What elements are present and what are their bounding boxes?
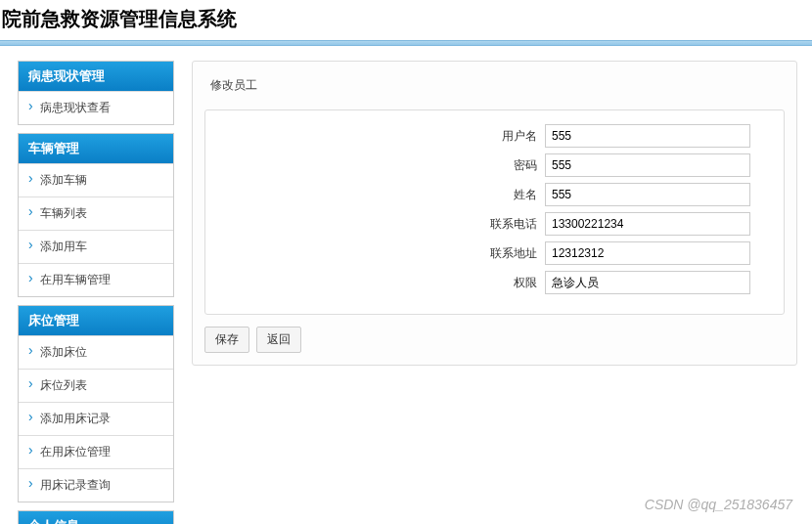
label-address: 联系地址 bbox=[217, 245, 545, 262]
input-role[interactable] bbox=[545, 271, 750, 294]
row-username: 用户名 bbox=[217, 124, 772, 148]
save-button[interactable]: 保存 bbox=[204, 327, 249, 353]
input-password[interactable] bbox=[545, 153, 750, 177]
menu-item-add-bed[interactable]: 添加床位 bbox=[19, 335, 173, 369]
input-phone[interactable] bbox=[545, 212, 750, 236]
menu-header-vehicle: 车辆管理 bbox=[19, 134, 173, 163]
menu-section-vehicle: 车辆管理 添加车辆 车辆列表 添加用车 在用车辆管理 bbox=[18, 133, 174, 297]
menu-item-vehicle-list[interactable]: 车辆列表 bbox=[19, 196, 173, 230]
menu-item-add-usecar[interactable]: 添加用车 bbox=[19, 230, 173, 263]
label-password: 密码 bbox=[217, 157, 545, 174]
menu-item-add-vehicle[interactable]: 添加车辆 bbox=[19, 163, 173, 196]
input-name[interactable] bbox=[545, 183, 750, 206]
menu-section-profile: 个人信息 个人信息 bbox=[18, 510, 174, 524]
app-title: 院前急救资源管理信息系统 bbox=[0, 0, 812, 40]
label-phone: 联系电话 bbox=[217, 216, 545, 233]
main-container: 病患现状管理 病患现状查看 车辆管理 添加车辆 车辆列表 添加用车 在用车辆管理… bbox=[0, 46, 812, 524]
watermark: CSDN @qq_251836457 bbox=[645, 497, 792, 512]
sidebar: 病患现状管理 病患现状查看 车辆管理 添加车辆 车辆列表 添加用车 在用车辆管理… bbox=[18, 61, 174, 524]
menu-item-bed-list[interactable]: 床位列表 bbox=[19, 369, 173, 402]
label-name: 姓名 bbox=[217, 187, 545, 203]
panel-title: 修改员工 bbox=[193, 62, 796, 109]
input-username[interactable] bbox=[545, 124, 750, 148]
row-address: 联系地址 bbox=[217, 241, 772, 265]
menu-section-bed: 床位管理 添加床位 床位列表 添加用床记录 在用床位管理 用床记录查询 bbox=[18, 305, 174, 502]
back-button[interactable]: 返回 bbox=[256, 327, 301, 353]
row-name: 姓名 bbox=[217, 183, 772, 206]
menu-item-bed-query[interactable]: 用床记录查询 bbox=[19, 468, 173, 502]
label-role: 权限 bbox=[217, 275, 545, 291]
row-role: 权限 bbox=[217, 271, 772, 294]
main-panel-wrap: 修改员工 用户名 密码 姓名 联系电话 bbox=[192, 61, 812, 524]
button-row: 保存 返回 bbox=[204, 327, 785, 353]
menu-item-add-bedrecord[interactable]: 添加用床记录 bbox=[19, 402, 173, 435]
row-password: 密码 bbox=[217, 153, 772, 177]
edit-panel: 修改员工 用户名 密码 姓名 联系电话 bbox=[192, 61, 797, 366]
menu-header-bed: 床位管理 bbox=[19, 306, 173, 335]
input-address[interactable] bbox=[545, 241, 750, 265]
label-username: 用户名 bbox=[217, 128, 545, 145]
menu-section-patient: 病患现状管理 病患现状查看 bbox=[18, 61, 174, 125]
menu-item-patient-view[interactable]: 病患现状查看 bbox=[19, 91, 173, 124]
form-box: 用户名 密码 姓名 联系电话 联系地址 bbox=[204, 109, 785, 315]
menu-item-vehicle-manage[interactable]: 在用车辆管理 bbox=[19, 263, 173, 296]
menu-header-patient: 病患现状管理 bbox=[19, 62, 173, 91]
row-phone: 联系电话 bbox=[217, 212, 772, 236]
menu-header-profile: 个人信息 bbox=[19, 511, 173, 524]
menu-item-bed-manage[interactable]: 在用床位管理 bbox=[19, 435, 173, 468]
